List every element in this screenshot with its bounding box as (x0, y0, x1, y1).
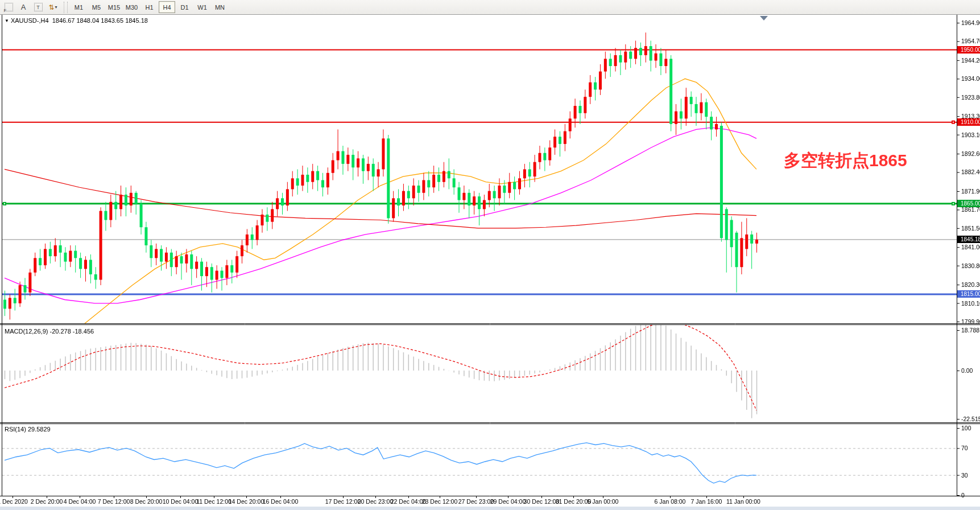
window-bottom-edge (0, 507, 980, 510)
time-tick-label: 2 Dec 20:00 (31, 498, 63, 505)
symbol-dropdown-icon[interactable]: ▼ (5, 18, 9, 23)
time-tick-label: 7 Jan 16:00 (691, 498, 722, 505)
time-tick-label: 5 Jan 00:00 (588, 498, 619, 505)
time-tick-label: 23 Dec 12:00 (422, 498, 457, 505)
price-tag-1950.00: 1950.00 (957, 46, 980, 54)
price-tick-label: 1892.60 (961, 150, 980, 157)
rsi-tick-label: 0 (961, 492, 965, 499)
timeframe-button-w1[interactable]: W1 (194, 1, 210, 13)
time-tick-label: 8 Dec 20:00 (130, 498, 163, 505)
time-tick-label: 10 Dec 04:00 (163, 498, 198, 505)
arrow-tools-icon[interactable]: ⇅ ▾ (47, 2, 59, 13)
rsi-tick-label: 30 (961, 472, 968, 479)
price-tick-label: 1934.00 (961, 75, 980, 82)
macd-tick-label: -22.515 (961, 416, 980, 422)
price-tick-label: 1851.50 (961, 225, 980, 232)
symbol-name: XAUUSD-,H4 (11, 17, 49, 24)
macd-tick-label: 18.788 (961, 327, 979, 334)
price-tick-label: 1841.00 (961, 244, 980, 250)
price-tick-label: 1964.90 (961, 19, 980, 26)
time-tick-label: 11 Jan 00:00 (726, 498, 760, 505)
timeframe-button-mn[interactable]: MN (212, 1, 228, 13)
rsi-tick-label: 70 (961, 445, 968, 451)
chart-text-annotation[interactable]: 多空转折点1865 (784, 149, 907, 172)
toolbar: F A T ⇅ ▾ M1M5M15M30H1H4D1W1MN (0, 0, 980, 15)
time-tick-label: 29 Dec 04:00 (490, 498, 526, 505)
time-tick-label: 31 Dec 20:00 (556, 498, 591, 505)
time-tick-label: 6 Jan 08:00 (655, 498, 686, 505)
time-tick-label: 14 Dec 20:00 (229, 498, 264, 505)
ohlc-values: 1846.67 1848.04 1843.65 1845.18 (52, 17, 148, 24)
grid-f-icon[interactable]: F (2, 2, 15, 13)
price-tick-label: 1799.90 (961, 318, 980, 325)
macd-tick-label: 0.00 (961, 367, 973, 374)
timeframe-button-m1[interactable]: M1 (71, 1, 87, 13)
text-label-icon[interactable]: T (32, 2, 44, 13)
time-tick-label: 16 Dec 04:00 (263, 498, 298, 505)
timeframe-button-m15[interactable]: M15 (106, 1, 122, 13)
price-tag-1815.00: 1815.00 (957, 290, 980, 298)
macd-panel-title: MACD(12,26,9) -20.278 -18.456 (5, 328, 94, 335)
time-tick-label: 1 Dec 2020 (0, 498, 28, 505)
price-tick-label: 1882.40 (961, 168, 980, 175)
price-tick-label: 1903.10 (961, 131, 980, 138)
time-tick-label: 30 Dec 12:00 (524, 498, 559, 505)
rsi-panel-title: RSI(14) 29.5829 (5, 426, 51, 433)
symbol-ohlc-line[interactable]: ▼XAUUSD-,H4 1846.67 1848.04 1843.65 1845… (5, 17, 148, 24)
chart-shift-marker-icon[interactable] (760, 16, 768, 20)
mt4-chart-window: F A T ⇅ ▾ M1M5M15M30H1H4D1W1MN ▼XAUUSD-,… (0, 0, 980, 510)
price-tick-label: 1923.80 (961, 94, 980, 101)
time-tick-label: 22 Dec 04:00 (391, 498, 426, 505)
timeframe-button-m30[interactable]: M30 (123, 1, 140, 13)
price-tick-label: 1820.30 (961, 281, 980, 288)
dropdown-caret-icon[interactable]: ▾ (55, 5, 57, 10)
price-tick-label: 1954.70 (961, 38, 980, 44)
timeframe-button-group: M1M5M15M30H1H4D1W1MN (70, 1, 229, 13)
price-tick-label: 1871.90 (961, 188, 980, 195)
price-tag-1845.18: 1845.18 (957, 236, 980, 243)
chart-canvas[interactable] (0, 0, 980, 510)
time-tick-label: 27 Dec 23:00 (458, 498, 494, 505)
text-a-icon[interactable]: A (17, 2, 30, 13)
price-tick-label: 1810.10 (961, 300, 980, 307)
timeframe-button-m5[interactable]: M5 (88, 1, 105, 13)
time-tick-label: 4 Dec 04:00 (64, 498, 96, 505)
timeframe-button-h4[interactable]: H4 (159, 1, 175, 13)
time-tick-label: 20 Dec 23:00 (358, 498, 393, 505)
toolbar-separator (64, 2, 68, 13)
timeframe-button-d1[interactable]: D1 (176, 1, 193, 13)
price-tick-label: 1944.20 (961, 57, 980, 64)
rsi-tick-label: 100 (961, 425, 971, 431)
price-tag-1910.00: 1910.00 (957, 118, 980, 126)
time-tick-label: 7 Dec 12:00 (98, 498, 130, 505)
time-tick-label: 11 Dec 12:00 (196, 498, 231, 505)
time-tick-label: 17 Dec 12:00 (325, 498, 361, 505)
price-tag-1865.00: 1865.00 (957, 200, 980, 207)
price-tick-label: 1830.80 (961, 262, 980, 269)
timeframe-button-h1[interactable]: H1 (141, 1, 158, 13)
